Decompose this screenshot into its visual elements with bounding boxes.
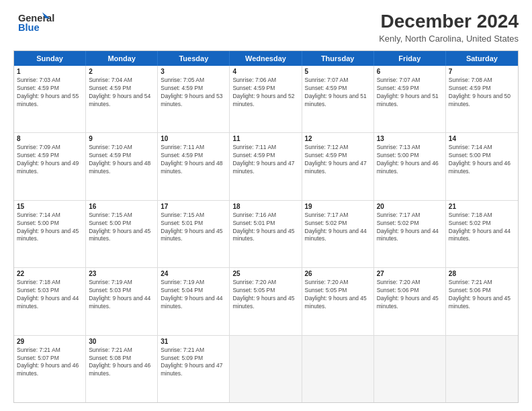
day-number: 18: [232, 203, 298, 210]
cell-info: Sunrise: 7:21 AMSunset: 5:08 PMDaylight:…: [89, 347, 150, 377]
day-number: 27: [377, 270, 443, 277]
cell-info: Sunrise: 7:08 AMSunset: 4:59 PMDaylight:…: [449, 77, 511, 107]
table-row: 10Sunrise: 7:11 AMSunset: 4:59 PMDayligh…: [158, 133, 230, 199]
cell-info: Sunrise: 7:18 AMSunset: 5:02 PMDaylight:…: [449, 212, 511, 242]
cell-info: Sunrise: 7:07 AMSunset: 4:59 PMDaylight:…: [377, 77, 439, 107]
table-row: 5Sunrise: 7:07 AMSunset: 4:59 PMDaylight…: [302, 66, 374, 132]
day-number: 19: [305, 203, 371, 210]
cell-info: Sunrise: 7:16 AMSunset: 5:01 PMDaylight:…: [232, 212, 294, 242]
header-thursday: Thursday: [302, 51, 374, 66]
day-number: 25: [232, 270, 298, 277]
table-row: 16Sunrise: 7:15 AMSunset: 5:00 PMDayligh…: [86, 201, 158, 267]
table-row: 14Sunrise: 7:14 AMSunset: 5:00 PMDayligh…: [446, 133, 518, 199]
day-number: 20: [377, 203, 443, 210]
day-number: 12: [305, 135, 371, 142]
calendar-header: Sunday Monday Tuesday Wednesday Thursday…: [14, 51, 518, 66]
cell-info: Sunrise: 7:09 AMSunset: 4:59 PMDaylight:…: [17, 144, 79, 175]
title-block: December 2024 Kenly, North Carolina, Uni…: [379, 11, 519, 44]
calendar-body: 1Sunrise: 7:03 AMSunset: 4:59 PMDaylight…: [14, 66, 518, 402]
table-row: 26Sunrise: 7:20 AMSunset: 5:05 PMDayligh…: [302, 268, 374, 334]
cell-info: Sunrise: 7:17 AMSunset: 5:02 PMDaylight:…: [377, 212, 439, 242]
table-row: 28Sunrise: 7:21 AMSunset: 5:06 PMDayligh…: [446, 268, 518, 334]
cell-info: Sunrise: 7:04 AMSunset: 4:59 PMDaylight:…: [89, 77, 150, 107]
header-saturday: Saturday: [446, 51, 518, 66]
calendar-row-4: 22Sunrise: 7:18 AMSunset: 5:03 PMDayligh…: [14, 268, 518, 335]
table-row: 6Sunrise: 7:07 AMSunset: 4:59 PMDaylight…: [374, 66, 446, 132]
header-sunday: Sunday: [14, 51, 86, 66]
table-row: 12Sunrise: 7:12 AMSunset: 4:59 PMDayligh…: [302, 133, 374, 199]
cell-info: Sunrise: 7:06 AMSunset: 4:59 PMDaylight:…: [232, 77, 294, 107]
header-friday: Friday: [374, 51, 446, 66]
cell-info: Sunrise: 7:20 AMSunset: 5:05 PMDaylight:…: [305, 279, 367, 310]
page: GeneralBlue December 2024 Kenly, North C…: [0, 0, 532, 411]
table-row: 19Sunrise: 7:17 AMSunset: 5:02 PMDayligh…: [302, 201, 374, 267]
cell-info: Sunrise: 7:19 AMSunset: 5:04 PMDaylight:…: [161, 279, 222, 310]
header-tuesday: Tuesday: [158, 51, 230, 66]
cell-info: Sunrise: 7:15 AMSunset: 5:01 PMDaylight:…: [161, 212, 222, 242]
table-row: 25Sunrise: 7:20 AMSunset: 5:05 PMDayligh…: [230, 268, 302, 334]
table-row: [230, 336, 302, 402]
day-number: 3: [161, 68, 226, 75]
cell-info: Sunrise: 7:03 AMSunset: 4:59 PMDaylight:…: [17, 77, 79, 107]
cell-info: Sunrise: 7:10 AMSunset: 4:59 PMDaylight:…: [89, 144, 150, 175]
day-number: 5: [305, 68, 371, 75]
header: GeneralBlue December 2024 Kenly, North C…: [13, 11, 519, 44]
day-number: 1: [17, 68, 83, 75]
cell-info: Sunrise: 7:21 AMSunset: 5:07 PMDaylight:…: [17, 347, 79, 377]
day-number: 30: [89, 338, 154, 345]
logo-icon: GeneralBlue: [13, 11, 60, 35]
day-number: 14: [449, 135, 515, 142]
header-monday: Monday: [86, 51, 158, 66]
table-row: 29Sunrise: 7:21 AMSunset: 5:07 PMDayligh…: [14, 336, 86, 402]
cell-info: Sunrise: 7:14 AMSunset: 5:00 PMDaylight:…: [449, 144, 511, 175]
cell-info: Sunrise: 7:14 AMSunset: 5:00 PMDaylight:…: [17, 212, 79, 242]
svg-text:Blue: Blue: [18, 22, 40, 33]
table-row: 27Sunrise: 7:20 AMSunset: 5:06 PMDayligh…: [374, 268, 446, 334]
calendar-row-1: 1Sunrise: 7:03 AMSunset: 4:59 PMDaylight…: [14, 66, 518, 133]
calendar: Sunday Monday Tuesday Wednesday Thursday…: [13, 50, 519, 403]
cell-info: Sunrise: 7:11 AMSunset: 4:59 PMDaylight:…: [161, 144, 222, 175]
day-number: 28: [449, 270, 515, 277]
day-number: 26: [305, 270, 371, 277]
cell-info: Sunrise: 7:07 AMSunset: 4:59 PMDaylight:…: [305, 77, 367, 107]
day-number: 17: [161, 203, 226, 210]
day-number: 15: [17, 203, 83, 210]
table-row: 23Sunrise: 7:19 AMSunset: 5:03 PMDayligh…: [86, 268, 158, 334]
table-row: 18Sunrise: 7:16 AMSunset: 5:01 PMDayligh…: [230, 201, 302, 267]
day-number: 11: [232, 135, 298, 142]
cell-info: Sunrise: 7:17 AMSunset: 5:02 PMDaylight:…: [305, 212, 367, 242]
day-number: 8: [17, 135, 83, 142]
cell-info: Sunrise: 7:12 AMSunset: 4:59 PMDaylight:…: [305, 144, 367, 175]
day-number: 9: [89, 135, 154, 142]
table-row: 30Sunrise: 7:21 AMSunset: 5:08 PMDayligh…: [86, 336, 158, 402]
cell-info: Sunrise: 7:20 AMSunset: 5:05 PMDaylight:…: [232, 279, 294, 310]
header-wednesday: Wednesday: [230, 51, 302, 66]
cell-info: Sunrise: 7:18 AMSunset: 5:03 PMDaylight:…: [17, 279, 79, 310]
cell-info: Sunrise: 7:20 AMSunset: 5:06 PMDaylight:…: [377, 279, 439, 310]
table-row: 15Sunrise: 7:14 AMSunset: 5:00 PMDayligh…: [14, 201, 86, 267]
subtitle: Kenly, North Carolina, United States: [379, 34, 519, 44]
day-number: 13: [377, 135, 443, 142]
day-number: 21: [449, 203, 515, 210]
cell-info: Sunrise: 7:21 AMSunset: 5:09 PMDaylight:…: [161, 347, 222, 377]
table-row: 20Sunrise: 7:17 AMSunset: 5:02 PMDayligh…: [374, 201, 446, 267]
day-number: 10: [161, 135, 226, 142]
calendar-row-5: 29Sunrise: 7:21 AMSunset: 5:07 PMDayligh…: [14, 336, 518, 402]
cell-info: Sunrise: 7:13 AMSunset: 5:00 PMDaylight:…: [377, 144, 439, 175]
table-row: 13Sunrise: 7:13 AMSunset: 5:00 PMDayligh…: [374, 133, 446, 199]
day-number: 6: [377, 68, 443, 75]
table-row: [374, 336, 446, 402]
table-row: 11Sunrise: 7:11 AMSunset: 4:59 PMDayligh…: [230, 133, 302, 199]
table-row: 2Sunrise: 7:04 AMSunset: 4:59 PMDaylight…: [86, 66, 158, 132]
cell-info: Sunrise: 7:05 AMSunset: 4:59 PMDaylight:…: [161, 77, 222, 107]
table-row: 21Sunrise: 7:18 AMSunset: 5:02 PMDayligh…: [446, 201, 518, 267]
table-row: 31Sunrise: 7:21 AMSunset: 5:09 PMDayligh…: [158, 336, 230, 402]
day-number: 2: [89, 68, 154, 75]
table-row: 17Sunrise: 7:15 AMSunset: 5:01 PMDayligh…: [158, 201, 230, 267]
table-row: 7Sunrise: 7:08 AMSunset: 4:59 PMDaylight…: [446, 66, 518, 132]
cell-info: Sunrise: 7:19 AMSunset: 5:03 PMDaylight:…: [89, 279, 150, 310]
day-number: 22: [17, 270, 83, 277]
cell-info: Sunrise: 7:15 AMSunset: 5:00 PMDaylight:…: [89, 212, 150, 242]
table-row: 3Sunrise: 7:05 AMSunset: 4:59 PMDaylight…: [158, 66, 230, 132]
day-number: 7: [449, 68, 515, 75]
